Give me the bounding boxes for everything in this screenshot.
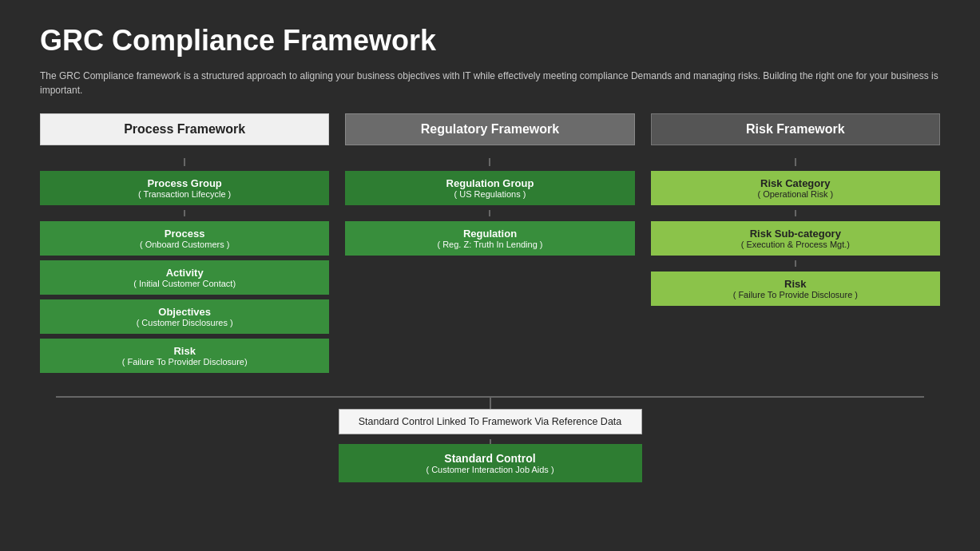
connector-v1	[184, 158, 185, 166]
standard-control-section: Standard Control Linked To Framework Via…	[339, 398, 642, 482]
risk-process-box: Risk ( Failure To Provider Disclosure)	[40, 339, 329, 373]
page: GRC Compliance Framework The GRC Complia…	[0, 0, 980, 551]
standard-control-box: Standard Control ( Customer Interaction …	[339, 444, 642, 482]
regulation-group-box: Regulation Group ( US Regulations )	[345, 171, 634, 205]
connector-to-link	[490, 398, 491, 409]
activity-box: Activity ( Initial Customer Contact)	[40, 260, 329, 295]
regulatory-column: Regulatory Framework Regulation Group ( …	[345, 113, 634, 388]
connector-reg-v2	[489, 210, 490, 216]
bottom-horizontal-line	[56, 396, 924, 398]
process-group-box: Process Group ( Transaction Lifecycle )	[40, 171, 329, 205]
frameworks-area: Process Framework Process Group ( Transa…	[40, 113, 940, 482]
connector-reg-v1	[489, 158, 490, 166]
page-title: GRC Compliance Framework	[40, 24, 940, 57]
process-column: Process Framework Process Group ( Transa…	[40, 113, 329, 388]
risk-header: Risk Framework	[651, 113, 940, 145]
columns-wrapper: Process Framework Process Group ( Transa…	[40, 113, 940, 388]
risk-category-box: Risk Category ( Operational Risk )	[651, 171, 940, 205]
connector-risk-v1	[795, 158, 796, 166]
process-box: Process ( Onboard Customers )	[40, 221, 329, 256]
connector-risk-v2	[795, 210, 796, 216]
bottom-section: Standard Control Linked To Framework Via…	[40, 396, 940, 482]
risk-column: Risk Framework Risk Category ( Operation…	[651, 113, 940, 388]
connector-risk-v3	[795, 260, 796, 267]
regulation-box: Regulation ( Reg. Z: Truth In Lending )	[345, 221, 634, 256]
risk-item-box: Risk ( Failure To Provide Disclosure )	[651, 272, 940, 306]
risk-subcategory-box: Risk Sub-category ( Execution & Process …	[651, 221, 940, 256]
page-description: The GRC Compliance framework is a struct…	[40, 69, 940, 97]
regulatory-header: Regulatory Framework	[345, 113, 634, 145]
objectives-box: Objectives ( Customer Disclosures )	[40, 299, 329, 334]
process-header: Process Framework	[40, 113, 329, 145]
connector-v2	[184, 210, 185, 216]
standard-control-link-box: Standard Control Linked To Framework Via…	[339, 409, 642, 434]
